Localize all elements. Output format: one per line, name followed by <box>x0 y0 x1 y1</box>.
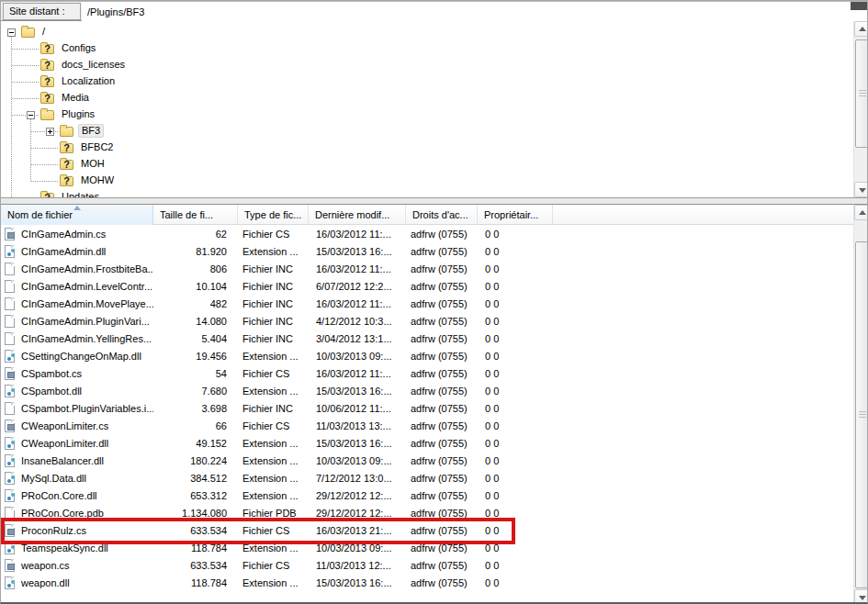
tree-connector-line <box>31 164 58 165</box>
file-size-cell: 81.920 <box>153 243 238 261</box>
file-modified-cell: 15/03/2013 16:... <box>309 243 406 261</box>
file-name-cell: CInGameAdmin.PluginVari... <box>1 313 153 330</box>
file-type-cell: Fichier CS <box>238 557 309 575</box>
file-row[interactable]: PRoCon.Core.dll653.312Extension ...29/12… <box>1 487 853 505</box>
file-owner-cell: 0 0 <box>478 243 553 261</box>
file-name-cell: CWeaponLimiter.cs <box>1 418 153 435</box>
remote-path-input[interactable] <box>82 2 868 21</box>
file-modified-cell: 3/04/2012 13:1... <box>309 330 406 348</box>
file-permissions-cell: adfrw (0755) <box>406 261 478 278</box>
file-size-cell: 54 <box>153 365 238 383</box>
file-owner-cell: 0 0 <box>478 453 553 470</box>
pane-splitter[interactable] <box>1 197 868 205</box>
file-modified-cell: 16/03/2012 11:... <box>309 296 406 313</box>
file-owner-cell: 0 0 <box>478 226 553 243</box>
column-header-4[interactable]: Dernière modif... <box>309 205 406 225</box>
dll-file-icon <box>5 350 15 363</box>
file-type-cell: Fichier CS <box>238 226 309 243</box>
file-modified-cell: 10/03/2013 09:... <box>309 348 406 365</box>
tree-item-media[interactable]: ?Media <box>1 90 828 106</box>
file-modified-cell: 11/03/2013 12:... <box>309 557 406 575</box>
file-type-cell: Fichier INC <box>238 261 309 278</box>
tree-scrollbar[interactable] <box>853 21 868 197</box>
scroll-down-button[interactable] <box>854 182 868 197</box>
scroll-up-button[interactable] <box>854 205 868 220</box>
window-corner-fragment <box>851 2 868 10</box>
dll-file-icon <box>5 576 15 589</box>
file-type-cell: Fichier CS <box>238 365 309 383</box>
scrollbar-thumb[interactable] <box>855 39 868 148</box>
tree-item-plugins[interactable]: Plugins <box>1 106 828 123</box>
scroll-up-button[interactable] <box>854 21 868 37</box>
file-row[interactable]: weapon.dll118.784Extension ...15/03/2013… <box>1 575 853 592</box>
collapse-icon[interactable] <box>7 28 16 37</box>
tree-item-[interactable]: / <box>1 24 828 40</box>
file-owner-cell: 0 0 <box>478 470 553 487</box>
file-row[interactable]: CInGameAdmin.dll81.920Extension ...15/03… <box>1 243 853 261</box>
file-list-header: Nom de fichierTaille de fi...Type de fic… <box>1 205 868 225</box>
file-name-cell: MySql.Data.dll <box>1 470 153 487</box>
column-header-5[interactable]: Droits d'ac... <box>406 205 478 225</box>
file-row[interactable]: CInGameAdmin.YellingRes...5.404Fichier I… <box>1 330 853 348</box>
folder-question-icon: ? <box>60 143 73 153</box>
column-header-6[interactable]: Propriétair... <box>478 205 553 225</box>
generic-file-icon <box>5 280 15 293</box>
tree-item-bf3[interactable]: BF3 <box>1 123 828 140</box>
tree-connector-line <box>31 148 58 149</box>
scrollbar-thumb[interactable] <box>855 241 868 588</box>
cs-file-icon <box>5 419 15 432</box>
file-row[interactable]: CSettingChangeOnMap.dll19.456Extension .… <box>1 348 853 365</box>
tree-item-localization[interactable]: ?Localization <box>1 73 828 90</box>
file-row[interactable]: CWeaponLimiter.dll49.152Extension ...15/… <box>1 435 853 453</box>
file-type-cell: Extension ... <box>238 470 309 487</box>
cs-file-icon <box>5 367 15 380</box>
file-row[interactable]: weapon.cs633.534Fichier CS11/03/2013 12:… <box>1 557 853 575</box>
file-type-cell: Extension ... <box>238 383 309 400</box>
cs-file-icon <box>5 228 15 240</box>
thumb-grip-icon <box>859 411 866 419</box>
file-row[interactable]: CInGameAdmin.MovePlaye...482Fichier INC1… <box>1 296 853 313</box>
file-modified-cell: 4/12/2012 10:3... <box>309 313 406 330</box>
folder-question-icon: ? <box>40 61 54 71</box>
folder-question-icon: ? <box>40 44 54 54</box>
tree-item-mohw[interactable]: ?MOHW <box>1 173 828 189</box>
file-owner-cell: 0 0 <box>478 261 553 278</box>
file-row[interactable]: CWeaponLimiter.cs66Fichier CS11/03/2013 … <box>1 418 853 435</box>
file-row[interactable]: CSpambot.dll7.680Extension ...15/03/2013… <box>1 383 853 400</box>
file-permissions-cell: adfrw (0755) <box>406 278 478 296</box>
tree-item-label: Media <box>59 91 92 105</box>
folder-icon <box>60 127 73 137</box>
tree-item-moh[interactable]: ?MOH <box>1 156 828 173</box>
file-name-cell: weapon.dll <box>1 575 153 592</box>
dll-file-icon <box>5 472 15 485</box>
scroll-down-button[interactable] <box>854 589 868 604</box>
file-name-cell: CSpambot.dll <box>1 383 153 400</box>
tree-connector-line <box>31 181 58 182</box>
file-type-cell: Fichier INC <box>238 313 309 330</box>
tree-item-docslicenses[interactable]: ?docs_licenses <box>1 57 828 73</box>
thumb-grip-icon <box>859 90 866 97</box>
file-row[interactable]: CInGameAdmin.FrostbiteBa...806Fichier IN… <box>1 261 853 278</box>
dll-file-icon <box>5 454 15 467</box>
collapse-icon[interactable] <box>27 111 35 119</box>
file-row[interactable]: CInGameAdmin.LevelContr...10.104Fichier … <box>1 278 853 296</box>
tree-item-bfbc2[interactable]: ?BFBC2 <box>1 140 828 156</box>
file-owner-cell: 0 0 <box>478 557 553 575</box>
file-row[interactable]: CSpambot.PluginVariables.i...3.698Fichie… <box>1 400 853 418</box>
tree-item-updates[interactable]: ?Updates <box>1 189 828 197</box>
file-row[interactable]: InsaneBalancer.dll180.224Extension ...10… <box>1 453 853 470</box>
file-row[interactable]: MySql.Data.dll384.512Extension ...7/12/2… <box>1 470 853 487</box>
column-header-3[interactable]: Type de fic... <box>238 205 309 225</box>
file-row[interactable]: CInGameAdmin.cs62Fichier CS16/03/2012 11… <box>1 226 853 243</box>
list-scrollbar[interactable] <box>853 205 868 604</box>
expand-icon[interactable] <box>46 128 54 136</box>
file-name-cell: CInGameAdmin.FrostbiteBa... <box>1 261 153 278</box>
file-row[interactable]: CInGameAdmin.PluginVari...14.080Fichier … <box>1 313 853 330</box>
column-header-1[interactable]: Nom de fichier <box>1 205 153 225</box>
column-header-2[interactable]: Taille de fi... <box>153 205 238 225</box>
remote-site-bar: Site distant : <box>1 1 868 21</box>
file-row[interactable]: CSpambot.cs54Fichier CS16/03/2012 11:...… <box>1 365 853 383</box>
tree-item-configs[interactable]: ?Configs <box>1 40 828 57</box>
folder-question-icon: ? <box>60 160 73 170</box>
file-name-cell: CInGameAdmin.dll <box>1 243 153 261</box>
